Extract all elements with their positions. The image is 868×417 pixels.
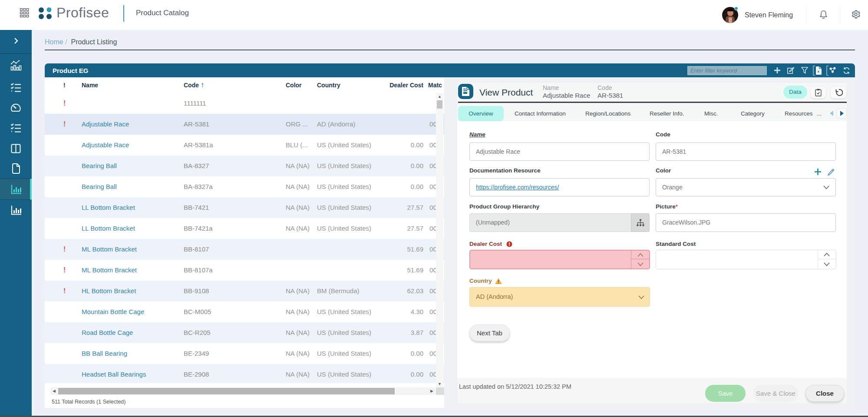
svg-text:x: x xyxy=(818,70,820,73)
